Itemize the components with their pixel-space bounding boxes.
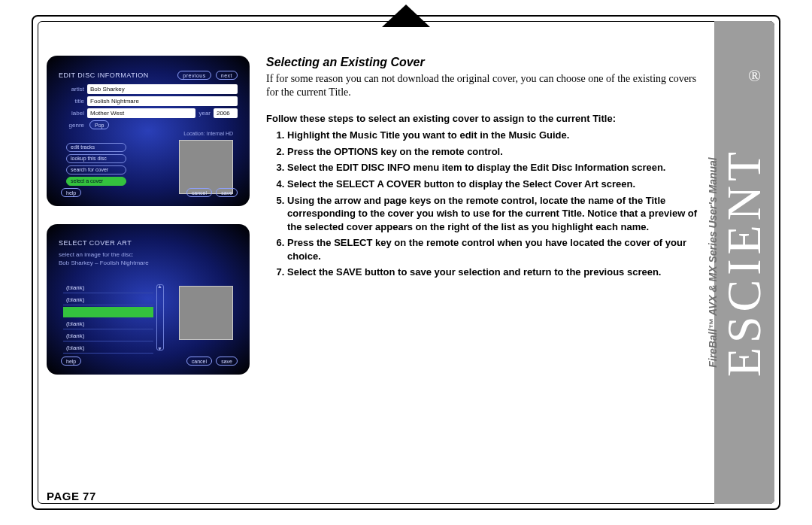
- steps-lead: Follow these steps to select an existing…: [266, 113, 701, 124]
- scrollbar[interactable]: [156, 284, 164, 351]
- step-item: Highlight the Music Title you want to ed…: [287, 129, 701, 142]
- save-button[interactable]: save: [216, 188, 238, 197]
- help-button[interactable]: help: [61, 357, 81, 366]
- save-button[interactable]: save: [216, 357, 238, 366]
- screen1-nav: previous next: [175, 71, 238, 80]
- screen2-sub2: Bob Sharkey – Foolish Nightmare: [59, 259, 238, 266]
- year-field[interactable]: 2006: [214, 108, 238, 118]
- title-field[interactable]: Foolish Nightmare: [87, 96, 238, 106]
- genre-field[interactable]: Pop: [89, 120, 109, 129]
- list-item[interactable]: (blank): [63, 295, 153, 305]
- cover-preview: [179, 286, 233, 340]
- screen1-title: EDIT DISC INFORMATION: [59, 71, 149, 79]
- screenshot-edit-disc-info: EDIT DISC INFORMATION previous next arti…: [47, 56, 250, 206]
- intro-paragraph: If for some reason you can not download …: [266, 72, 701, 99]
- cover-list[interactable]: (blank) (blank) (blank) (blank) (blank): [63, 283, 153, 354]
- cancel-button[interactable]: cancel: [186, 357, 212, 366]
- frame-notch: [385, 8, 427, 27]
- step-item: Press the OPTIONS key on the remote cont…: [287, 145, 701, 159]
- search-cover-button[interactable]: search for cover: [66, 165, 126, 174]
- section-title: Selecting an Existing Cover: [266, 56, 701, 69]
- steps-list: Highlight the Music Title you want to ed…: [266, 129, 701, 278]
- text-column: Selecting an Existing Cover If for some …: [266, 56, 701, 375]
- lookup-disc-button[interactable]: lookup this disc: [66, 154, 126, 163]
- label-label: label: [59, 110, 84, 117]
- genre-label: genre: [59, 122, 84, 129]
- list-item[interactable]: (blank): [63, 343, 153, 354]
- help-button[interactable]: help: [61, 188, 81, 197]
- location-label: Location: Internal HD: [183, 131, 233, 136]
- screen2-footer: help cancel save: [59, 357, 238, 366]
- label-field[interactable]: Mother West: [87, 108, 195, 118]
- cover-preview: [179, 140, 233, 194]
- registered-mark: ®: [748, 66, 761, 86]
- year-label: year: [198, 110, 211, 117]
- list-item[interactable]: (blank): [63, 319, 153, 329]
- screen1-action-list: edit tracks lookup this disc search for …: [66, 143, 126, 186]
- list-item[interactable]: (blank): [63, 331, 153, 341]
- title-label: title: [59, 98, 84, 105]
- screen2-header: SELECT COVER ART: [59, 239, 238, 247]
- screen1-footer: help cancel save: [59, 188, 238, 197]
- step-item: Press the SELECT key on the remote contr…: [287, 236, 701, 262]
- edit-tracks-button[interactable]: edit tracks: [66, 143, 126, 152]
- artist-field[interactable]: Bob Sharkey: [87, 84, 238, 94]
- content-area: EDIT DISC INFORMATION previous next arti…: [47, 56, 701, 375]
- step-item: Select the EDIT DISC INFO menu item to d…: [287, 161, 701, 174]
- cancel-button[interactable]: cancel: [186, 188, 212, 197]
- step-item: Using the arrow and page keys on the rem…: [287, 194, 701, 234]
- prev-button[interactable]: previous: [177, 71, 211, 80]
- step-item: Select the SELECT A COVER button to disp…: [287, 178, 701, 191]
- screenshots-column: EDIT DISC INFORMATION previous next arti…: [47, 56, 257, 375]
- page-number: PAGE 77: [47, 490, 96, 502]
- screen2-title: SELECT COVER ART: [59, 239, 132, 247]
- list-item-selected[interactable]: [63, 307, 153, 317]
- screen2-sub1: select an image for the disc:: [59, 251, 238, 258]
- select-cover-button[interactable]: select a cover: [66, 177, 126, 186]
- screenshot1-header: EDIT DISC INFORMATION previous next: [59, 71, 238, 80]
- artist-label: artist: [59, 86, 84, 93]
- screenshot-select-cover-art: SELECT COVER ART select an image for the…: [47, 224, 250, 375]
- brand-sidebar: ® ESCIENT: [714, 21, 774, 504]
- list-item[interactable]: (blank): [63, 283, 153, 293]
- next-button[interactable]: next: [216, 71, 238, 80]
- step-item: Select the SAVE button to save your sele…: [287, 266, 701, 279]
- brand-logo: ESCIENT: [720, 147, 768, 377]
